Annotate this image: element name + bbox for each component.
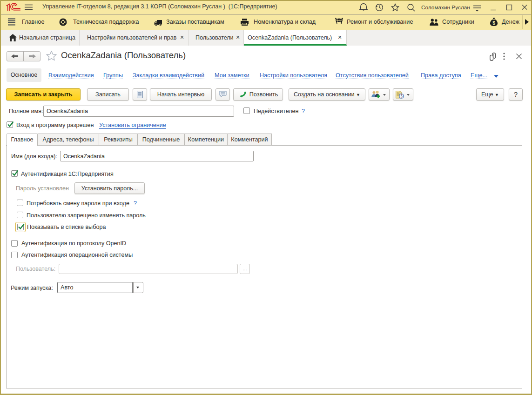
svg-text:$: $ [492,20,495,26]
